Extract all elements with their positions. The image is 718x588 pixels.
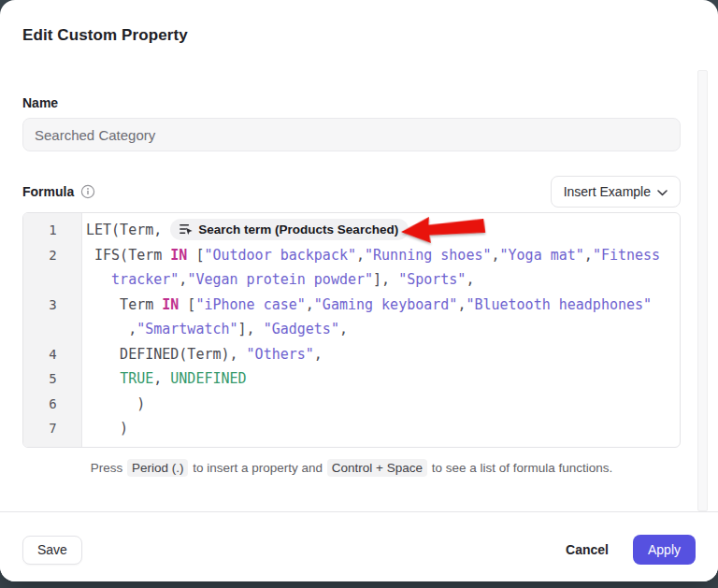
code-line: 3 Term IN ["iPhone case","Gaming keyboar…: [23, 293, 680, 318]
line-number: [23, 317, 82, 342]
code-line: 4 DEFINED(Term), "Others",: [23, 342, 680, 367]
name-input[interactable]: [22, 118, 681, 151]
code-line: tracker","Vegan protein powder"], "Sport…: [23, 267, 680, 293]
info-icon[interactable]: [80, 184, 95, 199]
hint-text: to insert a property and: [193, 461, 323, 475]
line-number: 6: [23, 392, 82, 417]
kbd-control-space: Control + Space: [327, 459, 427, 477]
dialog-footer: Save Cancel Apply: [0, 511, 718, 581]
code-line: 2 IFS(Term IN ["Outdoor backpack","Runni…: [23, 243, 680, 268]
scrollbar[interactable]: [697, 70, 708, 511]
line-number: 4: [23, 342, 82, 367]
chevron-down-icon: [657, 184, 668, 199]
insert-example-label: Insert Example: [564, 184, 651, 199]
insert-example-button[interactable]: Insert Example: [551, 176, 681, 208]
code-line: 6 ): [23, 392, 680, 417]
formula-toolbar: Formula Insert Example: [22, 176, 681, 208]
red-arrow-annotation: [398, 210, 488, 251]
code-line: ,"Smartwatch"], "Gadgets",: [23, 317, 680, 342]
cancel-button[interactable]: Cancel: [566, 542, 609, 557]
code-rows: 1LET(Term, Search term (Products Searche…: [23, 218, 680, 441]
edit-custom-property-dialog: Edit Custom Property Name Formula Insert…: [0, 0, 718, 581]
hint-text: Press: [91, 461, 123, 475]
kbd-period: Period (.): [127, 459, 189, 477]
list-cursor-icon: [179, 222, 193, 237]
code-line: 5 TRUE, UNDEFINED: [23, 366, 680, 392]
line-number: 5: [23, 366, 82, 392]
line-number: 1: [23, 218, 82, 243]
line-number: 3: [23, 293, 82, 318]
line-number: [23, 267, 82, 293]
hint-text: to see a list of formula functions.: [432, 461, 613, 475]
line-number: 7: [23, 416, 82, 441]
dialog-header: Edit Custom Property: [0, 0, 718, 47]
formula-label: Formula: [22, 184, 74, 199]
formula-hint: Press Period (.) to insert a property an…: [22, 461, 681, 475]
save-button[interactable]: Save: [22, 536, 82, 565]
formula-code-editor[interactable]: 1LET(Term, Search term (Products Searche…: [22, 212, 681, 448]
page-title: Edit Custom Property: [22, 24, 696, 47]
property-chip-label: Search term (Products Searched): [198, 222, 398, 237]
dialog-content: Name Formula Insert Example: [0, 95, 718, 475]
name-label: Name: [22, 95, 681, 110]
apply-button[interactable]: Apply: [633, 535, 696, 565]
property-chip[interactable]: Search term (Products Searched): [170, 219, 409, 240]
code-line: 7 ): [23, 416, 680, 441]
line-number: 2: [23, 243, 82, 268]
code-line: 1LET(Term, Search term (Products Searche…: [23, 218, 680, 243]
